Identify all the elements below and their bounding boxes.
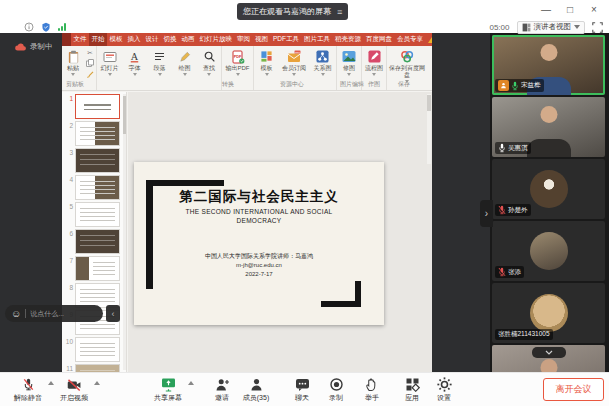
security-shield-icon[interactable] [41,22,51,32]
slide-date: 2022-7-17 [134,271,384,277]
wps-menu-PDF工具[interactable]: PDF工具 [271,33,302,46]
slide-thumbnail-1[interactable]: 1 [64,94,126,119]
cut-icon[interactable]: ✂ [87,50,92,57]
slide-thumbnail-10[interactable]: 10 [64,337,126,362]
slide-thumbnail-image[interactable] [75,175,120,200]
slide-thumbnail-image[interactable] [75,337,120,362]
slide-icon [103,49,117,64]
toolbar-camera-off-button[interactable]: 开启视频 [52,377,96,403]
participant-name-tag: 张添 [495,266,524,278]
slide-thumbnail-2[interactable]: 2 [64,121,126,146]
slide-thumbnail-3[interactable]: 3 [64,148,126,173]
slide-thumbnail-5[interactable]: 5 [64,202,126,227]
slide-thumbnail-image[interactable] [75,121,120,146]
chevron-up-icon[interactable] [94,381,100,385]
maximize-button[interactable]: □ [563,2,577,16]
toolbar-members-button[interactable]: 成员(35) [234,377,278,403]
participant-name-tag: 吴惠淇 [495,142,531,154]
participant-name: 孙楚外 [508,206,528,215]
close-button[interactable]: × [587,2,601,16]
wps-logo[interactable] [62,33,71,46]
screen-share-icon [161,377,176,392]
network-signal-icon[interactable] [58,23,66,31]
slide-canvas[interactable]: 第二国际与社会民主主义 THE SECOND INTERNATIONAL AND… [134,162,384,325]
chat-collapse-button[interactable]: ‹ [106,305,120,322]
participant-tile-吴惠淇[interactable]: 吴惠淇 [492,97,605,157]
mic-icon [498,143,506,153]
baidu-disk-icon [400,49,414,64]
view-mode-button[interactable]: 演讲者视图 [517,21,586,34]
shared-screen-view: 录制中 文件开始模板插入设计切换动画幻灯片放映审阅视图PDF工具图片工具稻壳资源… [0,33,490,372]
copy-icon[interactable] [86,59,94,69]
draw-icon [178,49,191,64]
collapse-tiles-button[interactable] [532,347,566,358]
toolbar-raise-hand-button[interactable]: 举手 [350,377,394,403]
participant-tile-张胜楠211431005[interactable]: 张胜楠211431005 [492,283,605,343]
slide-title: 第二国际与社会民主主义 [134,188,384,206]
wps-menu-文件[interactable]: 文件 [71,33,89,46]
meeting-info-icon[interactable] [24,22,34,32]
slide-thumbnail-7[interactable]: 7 [64,256,126,281]
chevron-down-icon [574,25,580,29]
slide-thumbnail-4[interactable]: 4 [64,175,126,200]
ribbon-group-labels: 剪贴板转换资源中心图片编辑作图保存 [62,80,432,90]
participant-tile-张添[interactable]: 张添 [492,221,605,281]
slide-thumbnail-image[interactable] [75,229,120,254]
chat-placeholder: 说点什么... [30,309,64,319]
slide-area-scrollbar[interactable] [427,94,431,164]
participant-tile[interactable] [492,345,605,372]
leave-meeting-button[interactable]: 离开会议 [543,378,604,401]
view-controls: 05:00 演讲者视图 [489,21,603,33]
panel-scrollbar[interactable] [123,94,126,370]
chat-input-overlay[interactable]: ☺ 说点什么... [5,305,103,322]
participant-name-tag: 孙楚外 [495,204,531,216]
camera-off-icon [66,377,82,392]
fullscreen-icon[interactable] [592,22,603,33]
invite-icon [215,377,230,392]
wps-menu-幻灯片放映[interactable]: 幻灯片放映 [197,33,235,46]
wps-menu-视图[interactable]: 视图 [253,33,271,46]
slide-number: 10 [64,337,73,345]
slide-number: 4 [64,175,73,183]
slide-thumbnail-11[interactable]: 11 [64,364,126,372]
emoji-icon[interactable]: ☺ [11,309,21,319]
format-painter-icon[interactable] [86,70,94,80]
wps-menu-审阅[interactable]: 审阅 [235,33,253,46]
slide-thumbnail-image[interactable] [75,256,120,281]
slide-thumbnail-panel[interactable]: 1234567891011 [62,92,127,372]
wps-menu-稻壳资源[interactable]: 稻壳资源 [333,33,364,46]
participant-name: 宋益桦 [521,81,541,90]
flowchart-icon [368,49,381,64]
slide-thumbnail-image[interactable] [75,364,120,372]
banner-menu-icon[interactable]: ≡ [337,7,342,17]
slide-author: 中国人民大学国际关系学院讲师：马嘉鸿 [134,252,384,261]
toolbar-mic-muted-button[interactable]: 解除静音 [6,377,50,403]
wps-menu-百度网盘[interactable]: 百度网盘 [364,33,395,46]
slide-editing-area: 第二国际与社会民主主义 THE SECOND INTERNATIONAL AND… [128,92,432,372]
wps-menu-会员专享[interactable]: 会员专享 [395,33,426,46]
slide-thumbnail-image[interactable] [75,94,120,119]
participant-tile-宋益桦[interactable]: 宋益桦 [492,35,605,95]
chevron-up-icon[interactable] [188,381,194,385]
chevron-down-icon [236,73,240,76]
slide-thumbnail-image[interactable] [75,148,120,173]
wps-menu-图片工具[interactable]: 图片工具 [302,33,333,46]
minimize-button[interactable]: — [539,2,553,16]
toolbar-screen-share-button[interactable]: 共享屏幕 [146,377,190,403]
wps-menu-设计[interactable]: 设计 [143,33,161,46]
slide-thumbnail-6[interactable]: 6 [64,229,126,254]
wps-menu-动画[interactable]: 动画 [179,33,197,46]
clipboard-icon [67,49,80,64]
wps-menu-开始[interactable]: 开始 [89,33,107,46]
toolbar-settings-button[interactable]: 设置 [422,377,466,403]
wps-menu-插入[interactable]: 插入 [125,33,143,46]
paragraph-icon [153,49,166,64]
sidebar-collapse-button[interactable]: › [480,200,493,227]
wps-menu-切换[interactable]: 切换 [161,33,179,46]
wps-menu-模板[interactable]: 模板 [107,33,125,46]
participant-name: 张胜楠211431005 [498,330,550,339]
slide-number: 5 [64,202,73,210]
participant-tile-孙楚外[interactable]: 孙楚外 [492,159,605,219]
mic-icon [511,81,519,91]
slide-thumbnail-image[interactable] [75,202,120,227]
